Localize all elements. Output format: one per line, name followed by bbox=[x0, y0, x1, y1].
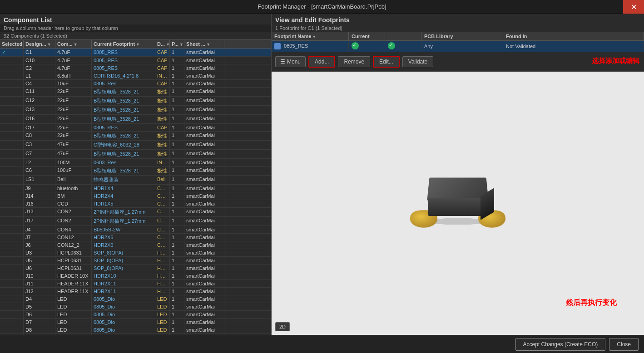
cell-selected bbox=[0, 150, 24, 158]
cell-populated: 1 bbox=[170, 241, 184, 249]
cell-component: 47uF bbox=[55, 150, 92, 158]
table-row[interactable]: D7LED0805_DioLED1smartCarMai bbox=[0, 319, 271, 326]
cell-sheet: smartCarMai bbox=[184, 249, 224, 256]
cell-populated: 1 bbox=[170, 257, 184, 264]
table-row[interactable]: D8LED0805_DioLED1smartCarMai bbox=[0, 326, 271, 334]
cell-footprint: 0805_RES bbox=[92, 64, 155, 72]
accept-changes-button[interactable]: Accept Changes (Create ECO) bbox=[515, 338, 606, 351]
cell-sheet: smartCarMai bbox=[184, 106, 224, 114]
cell-sheet: smartCarMai bbox=[184, 208, 224, 216]
col-header-datasheet[interactable]: D...▼ bbox=[155, 40, 170, 48]
cell-populated: 1 bbox=[170, 167, 184, 175]
cell-component: 22uF bbox=[55, 124, 92, 131]
validate-button[interactable]: Validate bbox=[402, 56, 433, 67]
table-row[interactable]: ✓C14.7uF0805_RESCAP1smartCarMai bbox=[0, 49, 271, 57]
cell-selected bbox=[0, 303, 24, 310]
table-row[interactable]: C1722uF0805_RESCAP1smartCarMai bbox=[0, 124, 271, 132]
table-row[interactable]: C822uFB型钽电容_3528_21极性1smartCarMai bbox=[0, 132, 271, 141]
cell-selected bbox=[0, 57, 24, 64]
cell-populated: 1 bbox=[170, 249, 184, 256]
col-header-footprint[interactable]: Current Footprint▼ bbox=[92, 40, 155, 48]
cell-designref: C2 bbox=[24, 64, 55, 72]
menu-button[interactable]: ☰ Menu bbox=[275, 56, 306, 67]
cell-selected bbox=[0, 64, 24, 72]
cell-footprint: HDR2X11 bbox=[92, 288, 155, 295]
fp-col-spacer bbox=[385, 32, 421, 40]
table-row[interactable]: C6100uFB型钽电容_3528_21极性1smartCarMai bbox=[0, 167, 271, 176]
cell-type: LED bbox=[155, 326, 170, 333]
table-row[interactable]: LM1lm2940PCBComponent_1lm29*1smartCarMai bbox=[0, 334, 271, 335]
table-row[interactable]: J13CON22PIN杜邦插座_1.27mmCON*1smartCarMai bbox=[0, 208, 271, 217]
fp-col-pcblib[interactable]: PCB Library bbox=[421, 32, 503, 40]
table-row[interactable]: J7CON12HDR2X6CON*1smartCarMai bbox=[0, 234, 271, 241]
cell-component: CON12_2 bbox=[55, 241, 92, 249]
table-row[interactable]: U6HCPL0631SOP_8(OPA)HCPL1smartCarMai bbox=[0, 265, 271, 272]
table-row[interactable]: C104.7uF0805_RESCAP1smartCarMai bbox=[0, 57, 271, 64]
cell-populated: 1 bbox=[170, 265, 184, 272]
table-row[interactable]: C1622uFB型钽电容_3528_21极性1smartCarMai bbox=[0, 115, 271, 124]
cell-selected bbox=[0, 141, 24, 149]
col-header-populated[interactable]: P...▼ bbox=[170, 40, 184, 48]
table-row[interactable]: D6LED0805_DioLED1smartCarMai bbox=[0, 311, 271, 319]
cell-selected bbox=[0, 167, 24, 175]
table-row[interactable]: J12HEADER 11XHDR2X11HEAD1smartCarMai bbox=[0, 288, 271, 295]
table-row[interactable]: C1122uFB型钽电容_3528_21极性1smartCarMai bbox=[0, 88, 271, 97]
cell-component: HCPL0631 bbox=[55, 249, 92, 256]
cell-designref: C6 bbox=[24, 167, 55, 175]
cell-type: CAP bbox=[155, 124, 170, 131]
table-row[interactable]: D5LED0805_DioLED1smartCarMai bbox=[0, 303, 271, 311]
cell-sheet: smartCarMai bbox=[184, 334, 224, 335]
cell-component: CON12 bbox=[55, 234, 92, 241]
table-row[interactable]: C747uFB型钽电容_3528_21极性1smartCarMai bbox=[0, 150, 271, 159]
table-row[interactable]: C1222uFB型钽电容_3528_21极性1smartCarMai bbox=[0, 97, 271, 106]
preview-2d-button[interactable]: 2D bbox=[275, 322, 290, 331]
footprint-row[interactable]: 0805_RES Any Not Validated bbox=[272, 41, 644, 52]
cell-footprint: PCBComponent_1 bbox=[92, 334, 155, 335]
cell-sheet: smartCarMai bbox=[184, 150, 224, 158]
table-row[interactable]: J17CON22PIN杜邦插座_1.27mmCON*1smartCarMai bbox=[0, 217, 271, 226]
cell-type: HEAD bbox=[155, 272, 170, 279]
edit-button[interactable]: Edit... bbox=[373, 56, 400, 68]
table-row[interactable]: J14BMHDR2X4CON*1smartCarMai bbox=[0, 192, 271, 200]
table-row[interactable]: D4LED0805_DioLED1smartCarMai bbox=[0, 295, 271, 303]
window-close-button[interactable]: ✕ bbox=[623, 0, 644, 14]
table-row[interactable]: J4CON4B0505S-2WCON*1smartCarMai bbox=[0, 226, 271, 234]
table-row[interactable]: C410uF0805_ResCAP1smartCarMai bbox=[0, 80, 271, 88]
fp-col-name[interactable]: Footprint Name▼ bbox=[272, 32, 349, 40]
footprint-count: 1 Footprint for C1 (1 Selected) bbox=[272, 25, 644, 32]
table-row[interactable]: J6CON12_2HDR2X6CON*1smartCarMai bbox=[0, 241, 271, 249]
add-button[interactable]: Add... bbox=[308, 56, 335, 68]
table-row[interactable]: C347uFC型钽电容_6032_28极性1smartCarMai bbox=[0, 141, 271, 150]
cell-footprint: 0805_Dio bbox=[92, 326, 155, 333]
table-row[interactable]: U5HCPL0631SOP_8(OPA)HCPL1smartCarMai bbox=[0, 257, 271, 265]
cell-designref: U5 bbox=[24, 257, 55, 264]
close-button[interactable]: Close bbox=[609, 338, 639, 351]
table-row[interactable]: J11HEADER 11XHDR2X11HEAD1smartCarMai bbox=[0, 280, 271, 288]
cell-selected bbox=[0, 115, 24, 123]
cell-designref: C7 bbox=[24, 150, 55, 158]
table-row[interactable]: J9bluetoothHDR1X4CON*1smartCarMai bbox=[0, 185, 271, 192]
fp-col-foundin[interactable]: Found In bbox=[503, 32, 644, 40]
table-row[interactable]: L2100M0603_ResINDU1smartCarMai bbox=[0, 159, 271, 167]
remove-button[interactable]: Remove bbox=[338, 56, 370, 67]
cell-footprint: 0805_Dio bbox=[92, 311, 155, 318]
component-table-body[interactable]: ✓C14.7uF0805_RESCAP1smartCarMaiC104.7uF0… bbox=[0, 49, 271, 335]
cell-component: Bell bbox=[55, 176, 92, 184]
table-row[interactable]: C1322uFB型钽电容_3528_21极性1smartCarMai bbox=[0, 106, 271, 115]
cell-populated: 1 bbox=[170, 132, 184, 140]
table-row[interactable]: C24.7uF0805_RESCAP1smartCarMai bbox=[0, 64, 271, 72]
col-header-component[interactable]: Com...▼ bbox=[55, 40, 92, 48]
table-row[interactable]: LS1Bell蜂鸣器测装Bell1smartCarMai bbox=[0, 176, 271, 185]
cell-selected bbox=[0, 319, 24, 326]
table-row[interactable]: L16.8uHCDRH3D16_4.2*1.8INDU1smartCarMai bbox=[0, 72, 271, 80]
col-header-sheet[interactable]: Sheet ...▼ bbox=[184, 40, 224, 48]
fp-col-current[interactable]: Current bbox=[349, 32, 385, 40]
cell-footprint: HDR2X10 bbox=[92, 272, 155, 279]
table-row[interactable]: J16CCDHDR1X5CON*1smartCarMai bbox=[0, 200, 271, 208]
table-row[interactable]: J10HEADER 10XHDR2X10HEAD1smartCarMai bbox=[0, 272, 271, 280]
cell-sheet: smartCarMai bbox=[184, 64, 224, 72]
table-row[interactable]: U3HCPL0631SOP_8(OPA)HCPL1smartCarMai bbox=[0, 249, 271, 257]
cell-designref: J11 bbox=[24, 280, 55, 287]
col-header-selected[interactable]: Selected▼ bbox=[0, 40, 24, 48]
col-header-designref[interactable]: Design...▼ bbox=[24, 40, 55, 48]
